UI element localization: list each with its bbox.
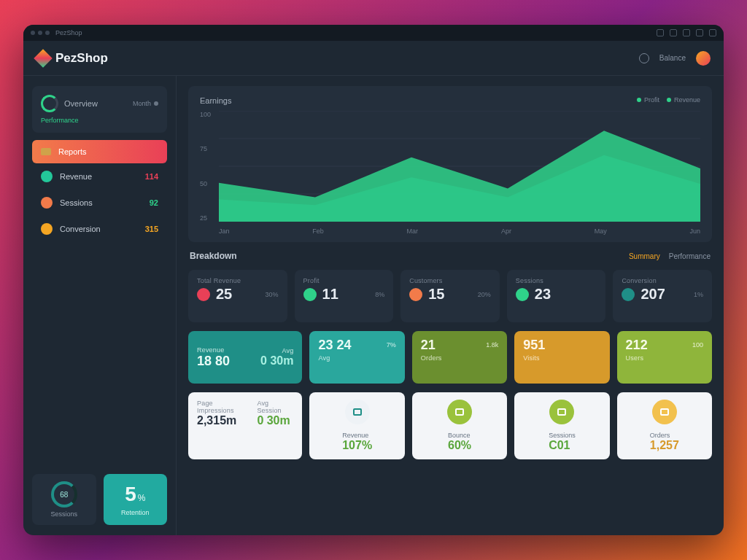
- tiles-row-c: Page Impressions2,315m Avg Session0 30m …: [188, 392, 712, 459]
- stat-value: 15: [428, 286, 444, 303]
- stat-ext: 8%: [375, 291, 384, 298]
- tray-icon[interactable]: [683, 29, 690, 36]
- tray-icon[interactable]: [696, 29, 703, 36]
- brand-name: PezShop: [55, 51, 108, 66]
- sidebar-item-reports[interactable]: Reports: [32, 140, 167, 163]
- kpi-big-label: Retention: [121, 509, 150, 516]
- window-titlebar: PezShop: [23, 25, 724, 41]
- stat-value: 11: [322, 286, 338, 303]
- chart-legend: ProfitRevenue: [637, 96, 700, 105]
- tile-ext: 1.8k: [486, 341, 498, 349]
- metric-tile[interactable]: Revenue18 80 Avg0 30m: [188, 331, 302, 384]
- tile-value: 60%: [448, 439, 471, 452]
- nav-label: Conversion: [60, 225, 101, 233]
- tray-icon[interactable]: [709, 29, 716, 36]
- dot-icon: [154, 101, 158, 106]
- overview-subtext: Performance: [41, 117, 158, 124]
- kpi-value-card: 5 % Retention: [104, 474, 168, 525]
- topbar-right: Balance: [639, 51, 711, 66]
- stat-card: Conversion 207 1%: [613, 270, 712, 322]
- sidebar-item-sessions[interactable]: Sessions92: [32, 190, 167, 216]
- legend-item: Revenue: [667, 96, 700, 105]
- stat-dot-icon: [516, 288, 529, 301]
- nav-label: Revenue: [60, 172, 92, 181]
- tile-label: Orders: [650, 432, 679, 439]
- tile-icon: [447, 400, 472, 424]
- stats-row: Total Revenue 25 30%Profit 11 8%Customer…: [188, 270, 712, 322]
- breakdown-title: Breakdown: [190, 251, 237, 261]
- tile-label: Visits: [523, 354, 600, 362]
- stat-value: 23: [535, 286, 551, 303]
- tray-icon[interactable]: [670, 29, 677, 36]
- kpi-big-value: 5: [125, 483, 136, 506]
- summary-tile[interactable]: Orders 1,257: [617, 392, 712, 459]
- overview-period[interactable]: Month: [133, 100, 158, 107]
- stat-card: Customers 15 20%: [400, 270, 500, 322]
- stat-label: Sessions: [516, 277, 597, 284]
- tray-icon[interactable]: [657, 29, 664, 36]
- y-tick: 75: [200, 145, 214, 152]
- tile-label: Users: [626, 354, 703, 362]
- tile-icon: [345, 400, 370, 424]
- stat-label: Customers: [409, 277, 491, 284]
- nav-value: 114: [145, 172, 158, 181]
- stat-label: Profit: [303, 277, 385, 284]
- metric-tile[interactable]: 211.8k Orders: [412, 331, 507, 384]
- gauge-icon: 68: [51, 481, 77, 508]
- tile-value: 951: [523, 338, 545, 351]
- chart-title: Earnings: [200, 96, 231, 105]
- tile-icon: [652, 400, 677, 424]
- nav-icon: [41, 223, 53, 235]
- stat-card: Total Revenue 25 30%: [188, 270, 287, 322]
- tile-ext: 7%: [387, 341, 396, 349]
- metric-tile[interactable]: 212100 Users: [617, 331, 712, 384]
- summary-tile[interactable]: Bounce 60%: [412, 392, 507, 459]
- x-tick: Apr: [501, 228, 511, 235]
- tile-value: 21: [421, 338, 436, 351]
- progress-ring-icon: [41, 95, 58, 112]
- brand[interactable]: PezShop: [36, 51, 108, 66]
- y-tick: 25: [200, 214, 214, 222]
- sidebar: Overview Month Performance ReportsRevenu…: [23, 76, 177, 535]
- stat-ext: 1%: [694, 291, 703, 298]
- overview-title: Overview: [64, 99, 98, 108]
- tiles-row-b: Revenue18 80 Avg0 30m 23 247% Avg211.8k …: [188, 331, 712, 384]
- summary-tile[interactable]: Revenue 107%: [309, 392, 404, 459]
- tile-value: 1,257: [650, 439, 679, 452]
- nav-icon: [41, 171, 53, 182]
- sidebar-overview-card: Overview Month Performance: [32, 86, 167, 133]
- kpi-ring-card: 68 Sessions: [32, 474, 96, 525]
- metric-tile[interactable]: 23 247% Avg: [309, 331, 404, 384]
- nav-value: 92: [150, 198, 158, 207]
- y-tick: 100: [200, 111, 214, 118]
- tile-value: C01: [549, 439, 576, 452]
- sidebar-item-conversion[interactable]: Conversion315: [32, 216, 167, 242]
- x-tick: Mar: [407, 228, 419, 235]
- sidebar-item-revenue[interactable]: Revenue114: [32, 163, 167, 190]
- nav-value: 315: [145, 225, 158, 233]
- x-tick: Feb: [312, 228, 324, 235]
- x-tick: May: [595, 228, 607, 235]
- tile-label: Revenue: [342, 432, 372, 439]
- y-tick: 50: [200, 180, 214, 187]
- nav-label: Sessions: [60, 198, 93, 207]
- chart-body: 100755025 JanFebMarAprMayJun: [200, 111, 700, 235]
- stat-card: Profit 11 8%: [295, 270, 394, 322]
- help-icon[interactable]: [639, 53, 649, 63]
- breakdown-link[interactable]: Summary: [629, 252, 660, 260]
- tile-value: 107%: [342, 439, 372, 452]
- window-title: PezShop: [55, 29, 82, 36]
- nav-icon: [41, 197, 53, 209]
- tile-label: Bounce: [448, 432, 471, 439]
- x-tick: Jan: [219, 228, 230, 235]
- metric-tile[interactable]: 951 Visits: [514, 331, 609, 384]
- window-controls[interactable]: [31, 31, 50, 35]
- breakdown-link[interactable]: Performance: [669, 252, 711, 260]
- stat-dot-icon: [409, 288, 422, 301]
- stat-label: Conversion: [622, 277, 703, 284]
- summary-tile[interactable]: Sessions C01: [514, 392, 609, 459]
- tile-ext: 100: [692, 341, 703, 349]
- avatar[interactable]: [696, 51, 711, 66]
- stat-label: Total Revenue: [197, 277, 279, 284]
- main-content: Earnings ProfitRevenue 100755025 JanFebM…: [177, 76, 724, 535]
